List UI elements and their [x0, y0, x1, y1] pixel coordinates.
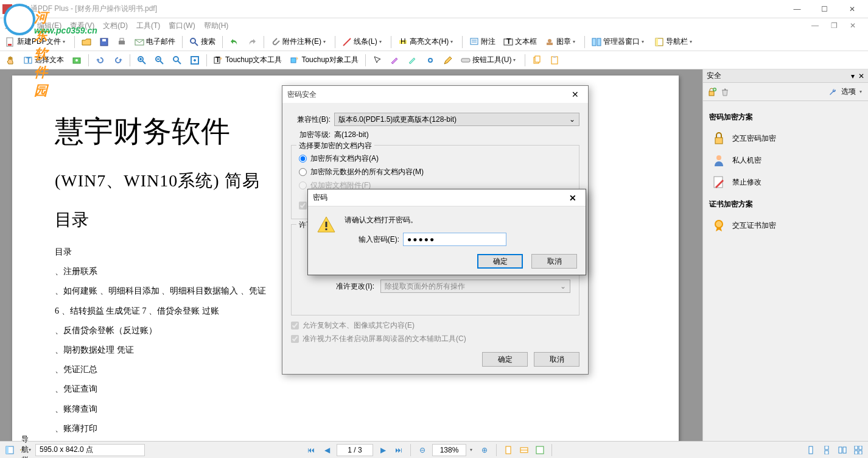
sidebar-dropdown-icon[interactable]: ▾	[851, 72, 855, 80]
svg-rect-16	[597, 38, 601, 46]
scheme-no-modify[interactable]: 禁止修改	[709, 171, 862, 193]
menu-doc[interactable]: 文档(D)	[103, 21, 128, 31]
save-button[interactable]	[96, 35, 112, 49]
sidebar-close-icon[interactable]: ✕	[858, 72, 864, 80]
svg-rect-4	[119, 41, 125, 44]
scheme-private[interactable]: 私人机密	[709, 149, 862, 171]
status-nav-toggle[interactable]: 导航栏▾	[19, 444, 32, 456]
status-panel-icon[interactable]	[4, 444, 16, 456]
sidebar-title: 安全 ▾ ✕	[703, 69, 868, 83]
pencil-tool[interactable]	[440, 53, 456, 68]
menu-tools[interactable]: 工具(T)	[136, 21, 160, 31]
redo-button[interactable]	[244, 35, 260, 49]
layout-continuous-facing-button[interactable]	[852, 444, 864, 456]
svg-text:T: T	[215, 55, 220, 64]
prev-page-button[interactable]: ◀	[321, 444, 333, 456]
svg-point-7	[191, 38, 195, 43]
next-page-button[interactable]: ▶	[377, 444, 389, 456]
touchup-text-tool[interactable]: TTouchup文本工具	[211, 53, 285, 68]
edit-tool-1[interactable]	[387, 53, 403, 68]
zoom-out-button[interactable]: ⊖	[416, 444, 429, 456]
scheme-interactive-password[interactable]: 交互密码加密	[709, 127, 862, 149]
radio-except-metadata[interactable]: 加密除元数据外的所有文档内容(M)	[299, 167, 572, 177]
rotate-cw[interactable]	[110, 53, 126, 68]
undo-button[interactable]	[226, 35, 242, 49]
layout-facing-button[interactable]	[836, 444, 849, 456]
edit-tool-2[interactable]	[405, 53, 421, 68]
snapshot-tool[interactable]	[69, 53, 85, 68]
dialog-close-button[interactable]: ✕	[567, 88, 583, 100]
email-button[interactable]: 电子邮件	[131, 35, 178, 49]
rotate-ccw[interactable]	[93, 53, 108, 68]
doc-restore[interactable]: ❐	[831, 21, 838, 30]
copy-button[interactable]	[529, 53, 545, 68]
textbox-button[interactable]: T文本框	[500, 35, 540, 49]
password-ok-button[interactable]: 确定	[477, 254, 523, 269]
highlight-button[interactable]: H高亮文本(H)▾	[395, 35, 459, 49]
minimize-button[interactable]: —	[783, 1, 811, 18]
fit-width-button[interactable]	[518, 444, 530, 456]
search-button[interactable]: 搜索	[186, 35, 219, 49]
attach-button[interactable]: 附件注释(E)▾	[268, 35, 331, 49]
svg-rect-5	[120, 38, 124, 41]
fit-visible-button[interactable]	[534, 444, 546, 456]
menu-help[interactable]: 帮助(H)	[204, 21, 229, 31]
password-input-label: 输入密码(E):	[345, 234, 399, 245]
scheme-interactive-cert[interactable]: 交互证书加密	[709, 214, 862, 236]
manager-window-button[interactable]: 管理器窗口▾	[589, 35, 649, 49]
doc-close[interactable]: ✕	[850, 21, 856, 30]
doc-minimize[interactable]: —	[811, 21, 819, 30]
new-pdf-button[interactable]: 新建PDF文件▾	[2, 35, 71, 49]
line-button[interactable]: 线条(L)▾	[339, 35, 387, 49]
menu-window[interactable]: 窗口(W)	[169, 21, 195, 31]
close-button[interactable]: ✕	[838, 1, 866, 18]
svg-rect-55	[859, 446, 862, 449]
touchup-object-tool[interactable]: Touchup对象工具	[287, 53, 361, 68]
layout-continuous-button[interactable]	[821, 444, 833, 456]
fit-page-button[interactable]	[502, 444, 514, 456]
radio-all[interactable]: 加密所有文档内容(A)	[299, 153, 572, 164]
navbar-button[interactable]: 导航栏▾	[651, 35, 698, 49]
layout-single-button[interactable]	[805, 444, 817, 456]
zoom-in-button[interactable]: ⊕	[478, 444, 491, 456]
paste-button[interactable]	[547, 53, 562, 68]
perm-change-combo[interactable]: 除提取页面外的所有操作⌄	[380, 280, 570, 293]
password-dialog-close[interactable]: ✕	[565, 192, 581, 204]
delete-security-icon[interactable]	[720, 87, 730, 97]
password-input[interactable]	[403, 233, 506, 246]
security-ok-button[interactable]: 确定	[482, 352, 528, 367]
maximize-button[interactable]: ☐	[811, 1, 838, 18]
toc-item: 、账簿查询	[55, 400, 636, 419]
toc-item: 、账薄打印	[55, 419, 636, 439]
last-page-button[interactable]: ⏭	[393, 444, 405, 456]
menu-edit[interactable]: 编辑(E)	[37, 21, 61, 31]
page-number-input[interactable]	[337, 444, 373, 456]
print-button[interactable]	[114, 35, 130, 49]
zoom-marquee-tool[interactable]	[169, 53, 185, 68]
toolbar-1: 新建PDF文件▾ 电子邮件 搜索 附件注释(E)▾ 线条(L)▾ H高亮文本(H…	[0, 33, 868, 51]
arrow-tool[interactable]	[369, 53, 385, 68]
zoom-fit-tool[interactable]	[187, 53, 203, 68]
options-button[interactable]: 选项	[841, 86, 856, 97]
password-cancel-button[interactable]: 取消	[531, 254, 577, 269]
check-copy[interactable]: 允许复制文本、图像或其它内容(E)	[291, 320, 579, 331]
perm-change-label: 准许更改(I):	[300, 280, 379, 293]
hand-tool[interactable]	[2, 53, 18, 68]
security-cancel-button[interactable]: 取消	[534, 352, 579, 367]
menu-view[interactable]: 查看(V)	[70, 21, 94, 31]
first-page-button[interactable]: ⏮	[305, 444, 317, 456]
stamp-button[interactable]: 图章▾	[542, 35, 581, 49]
svg-point-14	[548, 39, 551, 43]
link-tool[interactable]	[422, 53, 438, 68]
zoom-out-tool[interactable]	[152, 53, 167, 68]
compat-combobox[interactable]: 版本6.0(PDF1.5)或更高版本(128-bit)⌄	[334, 113, 579, 126]
note-button[interactable]: 附注	[466, 35, 499, 49]
menu-file[interactable]: 文件(F)	[5, 21, 29, 31]
zoom-in-tool[interactable]	[134, 53, 150, 68]
select-text-tool[interactable]: T选择文本	[20, 53, 67, 68]
check-screenreader[interactable]: 准许视力不佳者启动屏幕阅读器的文本辅助工具(C)	[291, 334, 579, 344]
button-tool[interactable]: 按钮工具(U)▾	[458, 53, 522, 68]
open-button[interactable]	[79, 35, 94, 49]
zoom-input[interactable]	[432, 444, 466, 456]
add-security-icon[interactable]	[707, 87, 716, 97]
